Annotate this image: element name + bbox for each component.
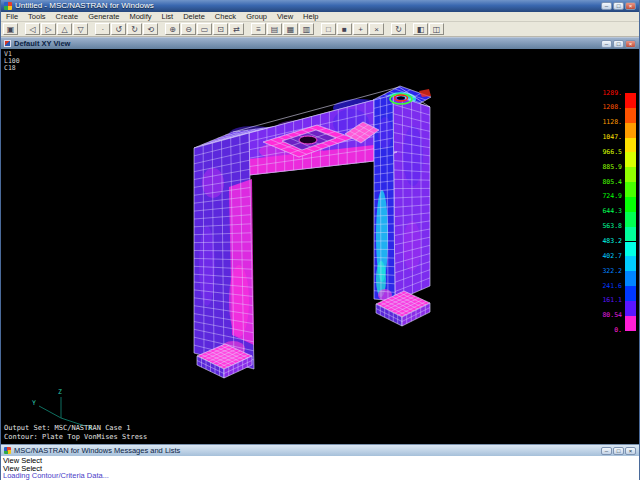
redraw-button[interactable]: ↻ xyxy=(391,23,406,35)
menu-item-generate[interactable]: Generate xyxy=(83,12,124,21)
axis-label-left: Y xyxy=(32,399,36,407)
graphics-viewport[interactable]: ZYX V1 L100 C18 1289.1208.1128.1047.966.… xyxy=(1,49,639,444)
window-maximize-button[interactable]: □ xyxy=(613,2,624,10)
render-button[interactable]: ▥ xyxy=(299,23,314,35)
legend-color-band xyxy=(625,182,636,197)
new-window-button[interactable]: + xyxy=(353,23,368,35)
zoom-window-button[interactable]: ▭ xyxy=(197,23,212,35)
constraint-set-label: C18 xyxy=(4,65,20,72)
menu-item-view[interactable]: View xyxy=(272,12,298,21)
view-minimize-button[interactable]: – xyxy=(601,40,612,48)
window-minimize-button[interactable]: – xyxy=(601,2,612,10)
legend-value-label: 1128. xyxy=(588,119,622,126)
legend-color-band xyxy=(625,167,636,182)
window-controls: –□× xyxy=(601,2,636,10)
legend-value-label: 563.8 xyxy=(588,223,622,230)
axis-label-up: Z xyxy=(58,388,62,396)
messages-body: View SelectView SelectLoading Contour/Cr… xyxy=(1,456,639,480)
view-window-titlebar[interactable]: Default XY View –□× xyxy=(1,37,639,49)
menu-item-help[interactable]: Help xyxy=(298,12,323,21)
toolbar-group: ◧◫ xyxy=(413,23,444,35)
fea-model-contour-plot: ZYX xyxy=(1,49,639,444)
legend-value-label: 1208. xyxy=(588,104,622,111)
pan-view-button[interactable]: ⇄ xyxy=(229,23,244,35)
msg-close-button[interactable]: × xyxy=(625,447,636,455)
wireframe-button[interactable]: □ xyxy=(321,23,336,35)
list-output-button[interactable]: ≡ xyxy=(251,23,266,35)
legend-value-label: 0. xyxy=(588,327,622,334)
toolbar-group: ⊕⊖▭⊡⇄ xyxy=(165,23,244,35)
menu-item-tools[interactable]: Tools xyxy=(23,12,51,21)
toolbar: ▣◁▷△▽∙↺↻⟲⊕⊖▭⊡⇄≡▤▦▥□■+×↻◧◫ xyxy=(1,22,639,37)
menu-item-file[interactable]: File xyxy=(1,12,23,21)
pan-right-button[interactable]: ▷ xyxy=(41,23,56,35)
legend-value-label: 80.54 xyxy=(588,312,622,319)
window-titlebar[interactable]: Untitled - MSC/NASTRAN for Windows –□× xyxy=(1,0,639,12)
toolbar-group: ◁▷△▽ xyxy=(25,23,88,35)
legend-color-band xyxy=(625,152,636,167)
menu-item-delete[interactable]: Delete xyxy=(178,12,210,21)
legend-color-band xyxy=(625,138,636,153)
window-title: Untitled - MSC/NASTRAN for Windows xyxy=(15,1,154,11)
legend-color-band xyxy=(625,197,636,212)
pocket-hole xyxy=(299,136,317,144)
menu-item-modify[interactable]: Modify xyxy=(124,12,156,21)
legend-color-band xyxy=(625,242,636,257)
report-button[interactable]: ◧ xyxy=(413,23,428,35)
view-maximize-button[interactable]: □ xyxy=(613,40,624,48)
print-button[interactable]: ◫ xyxy=(429,23,444,35)
zoom-in-button[interactable]: ⊕ xyxy=(165,23,180,35)
legend-color-band xyxy=(625,108,636,123)
hotspot-hole xyxy=(397,96,405,100)
legend-color-band xyxy=(625,93,636,108)
contour-type-label: Contour: Plate Top VonMises Stress xyxy=(4,433,147,442)
legend-value-label: 322.2 xyxy=(588,268,622,275)
menu-item-list[interactable]: List xyxy=(157,12,179,21)
axis-triad xyxy=(39,397,85,426)
window-close-button[interactable]: × xyxy=(625,2,636,10)
msg-minimize-button[interactable]: – xyxy=(601,447,612,455)
zoom-extents-button[interactable]: ⊡ xyxy=(213,23,228,35)
toolbar-group: ≡▤▦▥ xyxy=(251,23,314,35)
toolbar-group: ↻ xyxy=(391,23,406,35)
zoom-out-button[interactable]: ⊖ xyxy=(181,23,196,35)
legend-value-label: 1289. xyxy=(588,90,622,97)
center-point-button[interactable]: ∙ xyxy=(95,23,110,35)
legend-value-label: 161.1 xyxy=(588,297,622,304)
legend-value-label: 805.4 xyxy=(588,179,622,186)
criteria-plot-button[interactable]: ▤ xyxy=(267,23,282,35)
solid-button[interactable]: ■ xyxy=(337,23,352,35)
close-window-button[interactable]: × xyxy=(369,23,384,35)
menu-bar: FileToolsCreateGenerateModifyListDeleteC… xyxy=(1,12,639,22)
msg-maximize-button[interactable]: □ xyxy=(613,447,624,455)
legend-value-label: 724.9 xyxy=(588,193,622,200)
view-close-button[interactable]: × xyxy=(625,40,636,48)
pan-down-button[interactable]: ▽ xyxy=(73,23,88,35)
messages-window-controls: –□× xyxy=(601,447,636,455)
rotate-cw-button[interactable]: ↻ xyxy=(127,23,142,35)
messages-titlebar[interactable]: MSC/NASTRAN for Windows Messages and Lis… xyxy=(1,444,639,456)
contour-plot-button[interactable]: ▦ xyxy=(283,23,298,35)
toolbar-group: ▣ xyxy=(3,23,18,35)
legend-value-label: 483.2 xyxy=(588,238,622,245)
stress-blob xyxy=(199,226,215,306)
legend-color-band xyxy=(625,271,636,286)
rotate-ccw-button[interactable]: ↺ xyxy=(111,23,126,35)
stress-blob xyxy=(229,265,249,337)
legend-color-band xyxy=(625,316,636,331)
legend-value-label: 644.3 xyxy=(588,208,622,215)
legend-color-band xyxy=(625,123,636,138)
legend-value-label: 966.5 xyxy=(588,149,622,156)
menu-item-create[interactable]: Create xyxy=(51,12,84,21)
pan-left-button[interactable]: ◁ xyxy=(25,23,40,35)
rotate-iso-button[interactable]: ⟲ xyxy=(143,23,158,35)
view-window-title: Default XY View xyxy=(14,39,70,48)
pan-up-button[interactable]: △ xyxy=(57,23,72,35)
viewport-footer: Output Set: MSC/NASTRAN Case 1 Contour: … xyxy=(4,424,147,441)
menu-item-group[interactable]: Group xyxy=(241,12,272,21)
messages-window-title: MSC/NASTRAN for Windows Messages and Lis… xyxy=(14,446,180,455)
view-select-button[interactable]: ▣ xyxy=(3,23,18,35)
legend-color-band xyxy=(625,212,636,227)
menu-item-check[interactable]: Check xyxy=(210,12,241,21)
stress-blob xyxy=(210,350,238,362)
